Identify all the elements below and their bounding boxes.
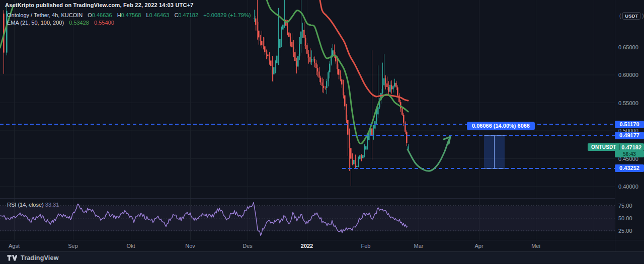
legend-symbol-title: Ontology / Tether, 4h, KUCOIN bbox=[7, 12, 83, 18]
rsi-tick: 75.00 bbox=[618, 203, 632, 209]
change-value: +0.00829 (+1.79%) bbox=[203, 12, 251, 18]
ohlc-low-value: 0.46463 bbox=[149, 12, 170, 18]
price-level-badge: 0.43252 bbox=[615, 164, 644, 172]
unit-paren-left: ( bbox=[619, 13, 621, 19]
time-tick: Feb bbox=[361, 243, 371, 249]
last-price-symbol: ONTUSDT bbox=[588, 144, 616, 150]
legend-symbol-row[interactable]: Ontology / Tether, 4h, KUCOIN O0.46636 H… bbox=[7, 12, 251, 19]
time-axis[interactable]: AgstSepOktNovDes2022FebMarAprMei bbox=[0, 240, 644, 252]
ohlc-high-value: 0.47568 bbox=[121, 12, 141, 18]
time-tick: Mar bbox=[414, 243, 424, 249]
price-level-badge: 0.49177 bbox=[615, 132, 644, 139]
ema-fast-value: 0.53428 bbox=[69, 20, 89, 26]
time-tick: Agst bbox=[9, 243, 20, 249]
ohlc-high-label: H bbox=[117, 12, 121, 18]
time-tick: Okt bbox=[126, 243, 135, 249]
publish-header: AsetKripto published on TradingView.com,… bbox=[5, 2, 194, 8]
chart-legend: Ontology / Tether, 4h, KUCOIN O0.46636 H… bbox=[7, 12, 251, 27]
rsi-title: RSI bbox=[7, 202, 16, 208]
ema-slow-value: 0.55400 bbox=[94, 20, 114, 26]
footer-bar: TradingView bbox=[0, 251, 644, 263]
price-level-badge: 0.51170 bbox=[615, 121, 644, 128]
rsi-tick: 25.00 bbox=[618, 228, 632, 234]
bar-countdown: 56:43 bbox=[615, 151, 644, 157]
last-price-label: ONTUSDT 0.47182 bbox=[588, 143, 644, 151]
price-range-measure-label[interactable]: 0.06066 (14.00%) 6066 bbox=[467, 122, 535, 130]
tradingview-logo-icon[interactable] bbox=[7, 254, 17, 261]
time-tick: Nov bbox=[185, 243, 195, 249]
time-tick: Sep bbox=[68, 243, 78, 249]
time-tick: Mei bbox=[531, 243, 540, 249]
price-axis-unit-button[interactable]: ( USDT ) bbox=[619, 12, 644, 20]
legend-indicator-row[interactable]: EMA (21, 50, 100, 200) 0.53428 0.55400 bbox=[7, 19, 251, 27]
price-tick: 0.40000 bbox=[618, 184, 638, 190]
tradingview-chart-page: AsetKripto published on TradingView.com,… bbox=[0, 0, 644, 264]
rsi-value: 33.31 bbox=[45, 202, 59, 208]
time-tick: 2022 bbox=[301, 243, 313, 249]
ohlc-close-value: 0.47182 bbox=[178, 12, 198, 18]
ema-indicator-title: EMA (21, 50, 100, 200) bbox=[7, 20, 64, 26]
ohlc-open-value: 0.46636 bbox=[92, 12, 112, 18]
time-tick: Apr bbox=[474, 243, 483, 249]
rsi-tick: 50.00 bbox=[618, 215, 632, 221]
ohlc-open-label: O bbox=[88, 12, 92, 18]
last-price-value: 0.47182 bbox=[621, 144, 644, 150]
price-tick: 0.55000 bbox=[618, 100, 638, 106]
rsi-legend-row[interactable]: RSI (14, close) 33.31 bbox=[7, 202, 59, 208]
time-tick: Des bbox=[243, 243, 253, 249]
pane-divider[interactable] bbox=[0, 198, 615, 199]
tradingview-brand-text[interactable]: TradingView bbox=[21, 254, 59, 261]
price-tick: 0.60000 bbox=[618, 72, 638, 78]
unit-paren-right: ) bbox=[642, 13, 643, 19]
rsi-params: (14, close) bbox=[18, 202, 43, 208]
label-divider bbox=[619, 144, 620, 150]
unit-label: USDT bbox=[622, 12, 640, 20]
price-tick: 0.65000 bbox=[618, 44, 638, 50]
